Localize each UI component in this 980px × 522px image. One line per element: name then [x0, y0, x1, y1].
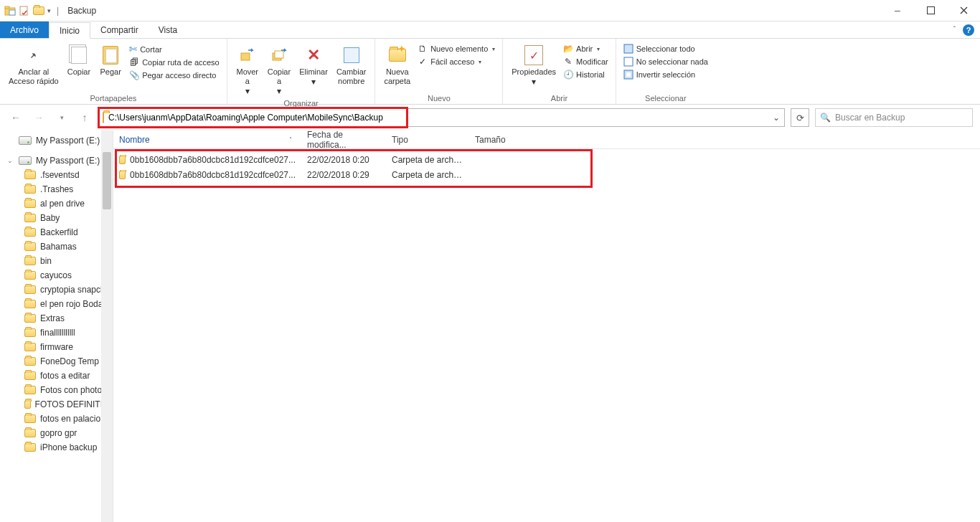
sidebar-folder[interactable]: bin — [0, 254, 113, 268]
sidebar-folder[interactable]: iPhone backup — [0, 440, 113, 455]
copy-path-button[interactable]: 🗐Copiar ruta de acceso — [126, 57, 222, 68]
back-button[interactable]: ← — [7, 109, 24, 126]
ribbon-tabs: Archivo Inicio Compartir Vista ˆ ? — [0, 22, 980, 39]
properties-button[interactable]: ✓ Propiedades ▾ — [507, 42, 560, 88]
paste-shortcut-button[interactable]: 📎Pegar acceso directo — [126, 70, 222, 81]
address-dropdown-icon[interactable]: ⌄ — [768, 113, 784, 123]
delete-button[interactable]: ✕ Eliminar ▾ — [295, 42, 332, 88]
sidebar-folder[interactable]: .Trashes — [0, 182, 113, 196]
select-all-button[interactable]: Seleccionar todo — [621, 43, 711, 54]
scrollbar-thumb[interactable] — [103, 152, 111, 209]
file-type: Carpeta de archivos — [386, 170, 469, 180]
column-name[interactable]: Nombre˄ — [113, 130, 301, 148]
close-button[interactable] — [947, 0, 980, 22]
group-organize: Mover a ▾ Copiar a ▾ ✕ Eliminar ▾ Cambia… — [227, 39, 376, 104]
move-to-button[interactable]: Mover a ▾ — [232, 42, 263, 98]
file-name: 0bb1608dbb7a6b80dcbc81d192cdfce027... — [130, 155, 296, 165]
sidebar-folder[interactable]: FOTOS DEFINITIV — [0, 397, 113, 412]
copy-icon — [71, 47, 87, 64]
folder-icon — [24, 357, 36, 366]
sidebar-folder[interactable]: cryptopia snapch — [0, 283, 113, 297]
sidebar-folder[interactable]: gopro gpr — [0, 426, 113, 440]
tab-share[interactable]: Compartir — [90, 22, 149, 38]
maximize-button[interactable] — [914, 0, 947, 22]
sidebar-item-label: al pen drive — [40, 199, 85, 209]
chevron-down-icon: ▾ — [479, 59, 481, 65]
sidebar-folder[interactable]: al pen drive — [0, 196, 113, 211]
copy-to-button[interactable]: Copiar a ▾ — [263, 42, 295, 98]
edit-button[interactable]: ✎Modificar — [560, 56, 611, 67]
recent-chevron-icon[interactable]: ▾ — [53, 109, 70, 126]
search-box[interactable]: 🔍 Buscar en Backup — [815, 108, 973, 127]
qat-dropdown-icon[interactable]: ▾ — [47, 7, 51, 14]
open-icon: 📂 — [563, 44, 573, 54]
tab-home[interactable]: Inicio — [49, 22, 90, 39]
delete-icon: ✕ — [307, 46, 320, 65]
folder-icon — [24, 414, 36, 423]
svg-rect-8 — [624, 44, 633, 53]
new-item-icon: 🗋 — [418, 44, 428, 54]
pin-quick-access-button[interactable]: Anclar al Acceso rápido — [4, 42, 63, 87]
new-folder-button[interactable]: ✦ Nueva carpeta — [380, 42, 415, 87]
chevron-down-icon: ⌄ — [7, 157, 14, 164]
properties-qat-icon[interactable] — [19, 5, 30, 16]
invert-selection-button[interactable]: Invertir selección — [621, 69, 711, 80]
sidebar-folder[interactable]: el pen rojo Boda — [0, 297, 113, 311]
tab-view[interactable]: Vista — [149, 22, 187, 38]
sidebar-folder[interactable]: finalllllllllll — [0, 326, 113, 340]
tab-file[interactable]: Archivo — [0, 22, 49, 38]
sidebar-folder[interactable]: FoneDog Temp — [0, 354, 113, 369]
sidebar-folder[interactable]: Extras — [0, 311, 113, 326]
history-button[interactable]: 🕘Historial — [560, 69, 611, 80]
table-row[interactable]: 0bb1608dbb7a6b80dcbc81d192cdfce027...22/… — [113, 152, 980, 167]
sidebar-folder[interactable]: Baby — [0, 211, 113, 225]
svg-rect-2 — [9, 10, 15, 15]
column-type[interactable]: Tipo — [386, 130, 469, 148]
folder-icon — [24, 271, 36, 280]
sidebar-folder[interactable]: Bahamas — [0, 239, 113, 254]
copy-button[interactable]: Copiar — [63, 42, 95, 78]
help-icon[interactable]: ? — [963, 24, 974, 36]
chevron-down-icon: ▾ — [311, 77, 316, 87]
sidebar: My Passport (E:) ⌄ My Passport (E:) .fse… — [0, 130, 113, 522]
invert-icon — [623, 70, 633, 80]
sidebar-folder[interactable]: fotos en palacio — [0, 412, 113, 426]
file-type: Carpeta de archivos — [386, 155, 469, 165]
sidebar-drive[interactable]: My Passport (E:) — [0, 133, 113, 148]
folder-qat-icon[interactable] — [33, 5, 44, 16]
sidebar-folder[interactable]: fotos a editar — [0, 369, 113, 383]
group-select: Seleccionar todo No seleccionar nada Inv… — [616, 39, 715, 104]
drive-icon — [19, 136, 32, 145]
sidebar-scrollbar[interactable] — [101, 130, 113, 522]
minimize-button[interactable]: ─ — [881, 0, 914, 22]
table-row[interactable]: 0bb1608dbb7a6b80dcbc81d192cdfce027...22/… — [113, 167, 980, 182]
file-name: 0bb1608dbb7a6b80dcbc81d192cdfce027... — [130, 170, 296, 180]
sidebar-folder[interactable]: Fotos con photo — [0, 383, 113, 397]
column-size[interactable]: Tamaño — [469, 130, 527, 148]
shortcut-icon: 📎 — [129, 70, 139, 80]
address-input[interactable] — [107, 110, 768, 125]
move-icon — [240, 47, 255, 63]
column-date[interactable]: Fecha de modifica... — [301, 130, 386, 148]
forward-button[interactable]: → — [30, 109, 47, 126]
new-item-button[interactable]: 🗋Nuevo elemento▾ — [415, 43, 498, 54]
window-controls: ─ — [881, 0, 980, 22]
sidebar-folder[interactable]: Backerfild — [0, 225, 113, 239]
sidebar-folder[interactable]: .fseventsd — [0, 168, 113, 182]
sidebar-drive[interactable]: ⌄ My Passport (E:) — [0, 153, 113, 168]
easy-access-button[interactable]: ✓Fácil acceso▾ — [415, 56, 498, 67]
rename-button[interactable]: Cambiar nombre — [332, 42, 371, 87]
sidebar-folder[interactable]: cayucos — [0, 268, 113, 283]
open-button[interactable]: 📂Abrir▾ — [560, 43, 611, 54]
sidebar-folder[interactable]: firmware — [0, 340, 113, 354]
address-bar[interactable]: ⌄ — [99, 108, 785, 127]
up-button[interactable]: ↑ — [76, 109, 93, 126]
paste-button[interactable]: Pegar — [95, 42, 126, 78]
ribbon-collapse-icon[interactable]: ˆ — [953, 26, 956, 34]
select-none-button[interactable]: No seleccionar nada — [621, 56, 711, 67]
sidebar-item-label: Extras — [40, 313, 65, 323]
svg-rect-4 — [927, 7, 934, 14]
cut-button[interactable]: ✄Cortar — [126, 43, 222, 55]
folder-icon — [24, 429, 36, 437]
refresh-button[interactable]: ⟳ — [791, 108, 809, 127]
